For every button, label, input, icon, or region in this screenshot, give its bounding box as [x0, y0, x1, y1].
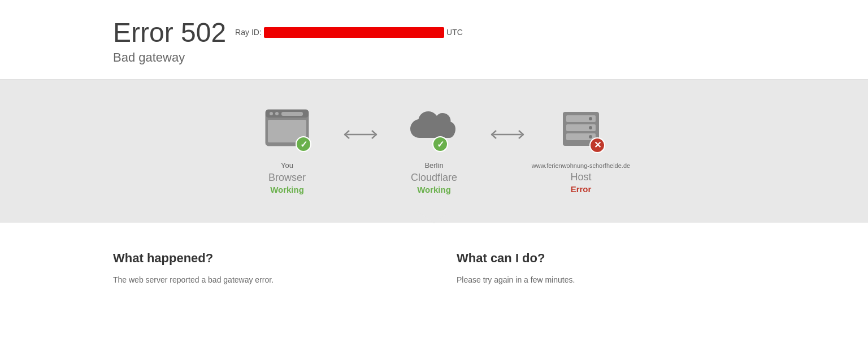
cloudflare-node: ✓ Berlin Cloudflare Working: [383, 102, 485, 194]
what-happened-title: What happened?: [113, 251, 411, 266]
ray-id-label: Ray ID: ██████████████████████████ UTC: [235, 27, 463, 38]
host-node-status: Error: [571, 184, 592, 194]
svg-point-3: [275, 112, 279, 115]
host-node: ✕ www.ferienwohnung-schorfheide.de Host …: [530, 103, 632, 194]
arrow-1-icon: [344, 126, 377, 143]
browser-location: You: [281, 161, 293, 170]
browser-status-badge: ✓: [296, 136, 311, 152]
diagram-section: ✓ You Browser Working ✓ Berlin: [0, 80, 868, 223]
browser-node-name: Browser: [268, 172, 306, 184]
svg-point-12: [589, 117, 592, 120]
ray-id-utc: UTC: [446, 28, 463, 37]
host-icon-wrap: ✕: [555, 103, 606, 154]
browser-node: ✓ You Browser Working: [236, 102, 338, 194]
svg-point-2: [270, 112, 273, 115]
browser-node-status: Working: [270, 185, 304, 194]
what-can-i-do-title: What can I do?: [457, 251, 755, 266]
browser-icon-wrap: ✓: [262, 102, 313, 153]
svg-point-14: [589, 135, 592, 138]
arrow-2-icon: [491, 126, 524, 143]
diagram-container: ✓ You Browser Working ✓ Berlin: [0, 102, 868, 194]
what-can-i-do-body: Please try again in a few minutes.: [457, 274, 755, 286]
cloudflare-node-name: Cloudflare: [411, 172, 457, 184]
svg-rect-4: [281, 112, 303, 116]
host-node-name: Host: [570, 171, 591, 183]
what-happened-col: What happened? The web server reported a…: [113, 251, 411, 286]
error-subtitle: Bad gateway: [113, 50, 755, 65]
arrow-2: [485, 126, 530, 143]
error-code: Error 502: [113, 17, 226, 48]
what-happened-body: The web server reported a bad gateway er…: [113, 274, 411, 286]
cloudflare-node-status: Working: [417, 185, 451, 194]
cloudflare-status-badge: ✓: [432, 136, 448, 152]
svg-point-13: [589, 126, 592, 129]
info-section: What happened? The web server reported a…: [0, 223, 868, 309]
host-location: www.ferienwohnung-schorfheide.de: [532, 162, 630, 169]
host-status-badge: ✕: [589, 137, 605, 153]
arrow-1: [338, 126, 383, 143]
header-section: Error 502 Ray ID: ██████████████████████…: [0, 0, 868, 80]
cloudflare-icon-wrap: ✓: [409, 102, 459, 153]
what-can-i-do-col: What can I do? Please try again in a few…: [457, 251, 755, 286]
ray-id-value: ██████████████████████████: [264, 27, 444, 38]
error-title-row: Error 502 Ray ID: ██████████████████████…: [113, 17, 755, 48]
cloudflare-location: Berlin: [424, 161, 443, 170]
